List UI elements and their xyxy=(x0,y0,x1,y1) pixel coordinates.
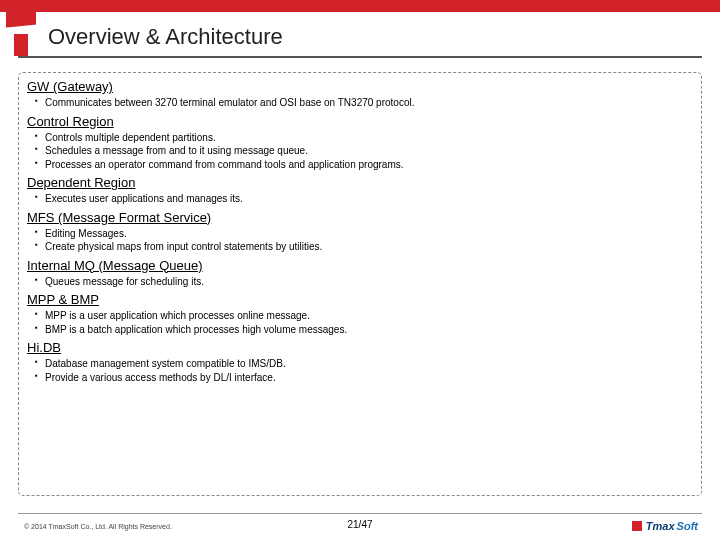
section-list: Queues message for scheduling its. xyxy=(27,275,693,289)
section-heading: Hi.DB xyxy=(27,340,693,355)
section-list: Communicates between 3270 terminal emula… xyxy=(27,96,693,110)
footer-line xyxy=(18,513,702,514)
section-heading: MFS (Message Format Service) xyxy=(27,210,693,225)
content-box: GW (Gateway) Communicates between 3270 t… xyxy=(18,72,702,496)
list-item: Schedules a message from and to it using… xyxy=(35,144,693,158)
list-item: Provide a various access methods by DL/I… xyxy=(35,371,693,385)
list-item: BMP is a batch application which process… xyxy=(35,323,693,337)
section-list: Controls multiple dependent partitions. … xyxy=(27,131,693,172)
section-heading: Control Region xyxy=(27,114,693,129)
brand-main: Tmax xyxy=(646,520,675,532)
list-item: Editing Messages. xyxy=(35,227,693,241)
section-heading: GW (Gateway) xyxy=(27,79,693,94)
section-list: Database management system compatible to… xyxy=(27,357,693,384)
page-number: 21/47 xyxy=(0,519,720,530)
top-bar xyxy=(0,0,720,12)
section-list: MPP is a user application which processe… xyxy=(27,309,693,336)
list-item: Processes an operator command from comma… xyxy=(35,158,693,172)
list-item: Create physical maps from input control … xyxy=(35,240,693,254)
brand-logo xyxy=(6,12,36,58)
t-icon xyxy=(632,521,642,531)
list-item: Queues message for scheduling its. xyxy=(35,275,693,289)
brand-suffix: Soft xyxy=(677,520,698,532)
section-heading: MPP & BMP xyxy=(27,292,693,307)
list-item: Controls multiple dependent partitions. xyxy=(35,131,693,145)
list-item: MPP is a user application which processe… xyxy=(35,309,693,323)
section-heading: Internal MQ (Message Queue) xyxy=(27,258,693,273)
section-list: Executes user applications and manages i… xyxy=(27,192,693,206)
list-item: Executes user applications and manages i… xyxy=(35,192,693,206)
title-underline xyxy=(18,56,702,58)
section-list: Editing Messages. Create physical maps f… xyxy=(27,227,693,254)
list-item: Database management system compatible to… xyxy=(35,357,693,371)
page-title: Overview & Architecture xyxy=(48,24,283,50)
slide: Overview & Architecture GW (Gateway) Com… xyxy=(0,0,720,540)
footer-logo: TmaxSoft xyxy=(632,520,698,532)
section-heading: Dependent Region xyxy=(27,175,693,190)
list-item: Communicates between 3270 terminal emula… xyxy=(35,96,693,110)
